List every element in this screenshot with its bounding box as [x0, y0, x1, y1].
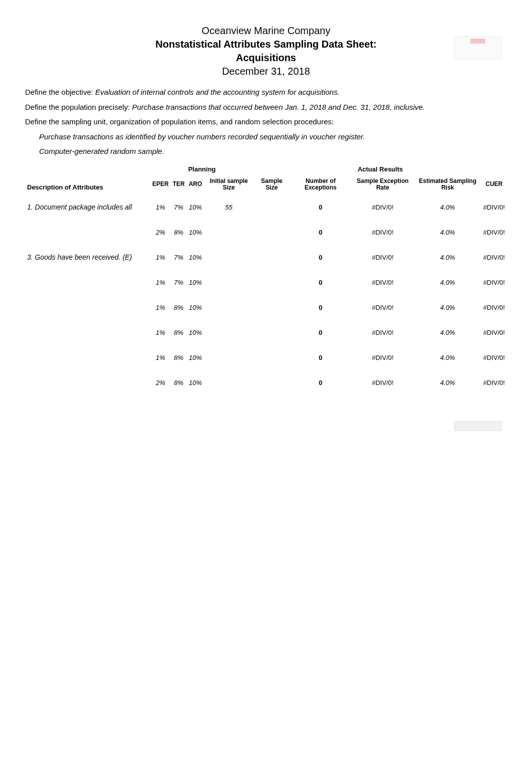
cell-eper: 1% — [150, 320, 171, 345]
cell-aro: 10% — [187, 320, 204, 345]
cell-sample-size — [253, 194, 290, 220]
cell-ter: 7% — [171, 270, 187, 295]
attribute-description — [25, 220, 150, 245]
cell-ter: 7% — [171, 245, 187, 270]
attribute-description: 1. Document package includes all — [25, 194, 150, 220]
cell-eper: 1% — [150, 194, 171, 220]
cell-estimated-sampling-risk: 4.0% — [414, 194, 481, 220]
cell-sample-size — [253, 345, 290, 370]
cell-ter: 8% — [171, 370, 187, 395]
cell-eper: 2% — [150, 370, 171, 395]
cell-initial — [204, 320, 253, 345]
col-aro: ARO — [187, 175, 204, 195]
sampling-label: Define the sampling unit, organization o… — [25, 117, 334, 126]
cell-aro: 10% — [187, 370, 204, 395]
cell-ter: 7% — [171, 194, 187, 220]
cell-sample-exception-rate: #DIV/0! — [351, 295, 414, 320]
cell-num-exceptions: 0 — [290, 370, 352, 395]
cell-cuer: #DIV/0! — [481, 220, 507, 245]
cell-aro: 10% — [187, 345, 204, 370]
objective-label: Define the objective: — [25, 88, 93, 96]
sampling-line-2: Computer-generated random sample. — [39, 146, 507, 156]
attribute-description — [25, 295, 150, 320]
cell-initial — [204, 220, 253, 245]
cell-sample-exception-rate: #DIV/0! — [351, 270, 414, 295]
cell-aro: 10% — [187, 245, 204, 270]
cell-estimated-sampling-risk: 4.0% — [414, 295, 481, 320]
cell-sample-size — [253, 370, 290, 395]
cell-initial — [204, 345, 253, 370]
cell-sample-exception-rate: #DIV/0! — [351, 345, 414, 370]
cell-estimated-sampling-risk: 4.0% — [414, 270, 481, 295]
cell-aro: 10% — [187, 194, 204, 220]
document-date: December 31, 2018 — [25, 66, 507, 77]
cell-aro: 10% — [187, 270, 204, 295]
col-initial-sample-size: Initial sample Size — [204, 175, 253, 195]
sampling-line-1: Purchase transactions as identified by v… — [39, 132, 507, 142]
document-subtitle: Acquisitions — [25, 52, 507, 64]
cell-eper: 1% — [150, 295, 171, 320]
attribute-description — [25, 320, 150, 345]
company-name: Oceanview Marine Company — [25, 25, 507, 37]
cell-num-exceptions: 0 — [290, 345, 352, 370]
cell-sample-size — [253, 245, 290, 270]
document-header: Oceanview Marine Company Nonstatistical … — [25, 25, 507, 77]
cell-sample-exception-rate: #DIV/0! — [351, 194, 414, 220]
attribute-description — [25, 345, 150, 370]
cell-cuer: #DIV/0! — [481, 194, 507, 220]
table-row: 1. Document package includes all1%7%10%5… — [25, 194, 507, 220]
col-description: Description of Attributes — [25, 175, 150, 195]
cell-sample-size — [253, 295, 290, 320]
cell-estimated-sampling-risk: 4.0% — [414, 370, 481, 395]
cell-estimated-sampling-risk: 4.0% — [414, 345, 481, 370]
cell-cuer: #DIV/0! — [481, 245, 507, 270]
cell-num-exceptions: 0 — [290, 194, 352, 220]
cell-cuer: #DIV/0! — [481, 320, 507, 345]
table-row: 1%8%10%0#DIV/0!4.0%#DIV/0! — [25, 295, 507, 320]
cell-sample-exception-rate: #DIV/0! — [351, 245, 414, 270]
cell-eper: 1% — [150, 270, 171, 295]
cell-cuer: #DIV/0! — [481, 370, 507, 395]
objective-value: Evaluation of internal controls and the … — [95, 88, 340, 96]
col-number-exceptions: Number of Exceptions — [290, 175, 352, 195]
table-row: 1%8%10%0#DIV/0!4.0%#DIV/0! — [25, 345, 507, 370]
cell-num-exceptions: 0 — [290, 245, 352, 270]
cell-initial: 55 — [204, 194, 253, 220]
cell-aro: 10% — [187, 295, 204, 320]
cell-num-exceptions: 0 — [290, 320, 352, 345]
col-eper: EPER — [150, 175, 171, 195]
cell-estimated-sampling-risk: 4.0% — [414, 220, 481, 245]
cell-estimated-sampling-risk: 4.0% — [414, 245, 481, 270]
cell-ter: 8% — [171, 320, 187, 345]
col-estimated-sampling-risk: Estimated Sampling Risk — [414, 175, 481, 195]
cell-initial — [204, 270, 253, 295]
cell-sample-size — [253, 220, 290, 245]
col-cuer: CUER — [481, 175, 507, 195]
cell-estimated-sampling-risk: 4.0% — [414, 320, 481, 345]
cell-eper: 1% — [150, 245, 171, 270]
attribute-description — [25, 270, 150, 295]
cell-num-exceptions: 0 — [290, 220, 352, 245]
cell-sample-size — [253, 320, 290, 345]
watermark-badge — [454, 36, 502, 60]
cell-sample-exception-rate: #DIV/0! — [351, 370, 414, 395]
table-row: 1%8%10%0#DIV/0!4.0%#DIV/0! — [25, 320, 507, 345]
cell-eper: 1% — [150, 345, 171, 370]
cell-ter: 8% — [171, 220, 187, 245]
population-value: Purchase transactions that occurred betw… — [132, 103, 425, 111]
cell-cuer: #DIV/0! — [481, 345, 507, 370]
cell-ter: 8% — [171, 345, 187, 370]
cell-sample-exception-rate: #DIV/0! — [351, 220, 414, 245]
table-row: 2%8%10%0#DIV/0!4.0%#DIV/0! — [25, 220, 507, 245]
cell-num-exceptions: 0 — [290, 295, 352, 320]
cell-cuer: #DIV/0! — [481, 270, 507, 295]
attribute-description — [25, 370, 150, 395]
attribute-description: 3. Goods have been received. (E) — [25, 245, 150, 270]
table-row: 2%8%10%0#DIV/0!4.0%#DIV/0! — [25, 370, 507, 395]
population-label: Define the population precisely: — [25, 103, 130, 111]
sampling-data-table: Planning Actual Results Description of A… — [25, 162, 507, 396]
cell-initial — [204, 245, 253, 270]
col-sample-exception-rate: Sample Exception Rate — [351, 175, 414, 195]
cell-ter: 8% — [171, 295, 187, 320]
cell-num-exceptions: 0 — [290, 270, 352, 295]
